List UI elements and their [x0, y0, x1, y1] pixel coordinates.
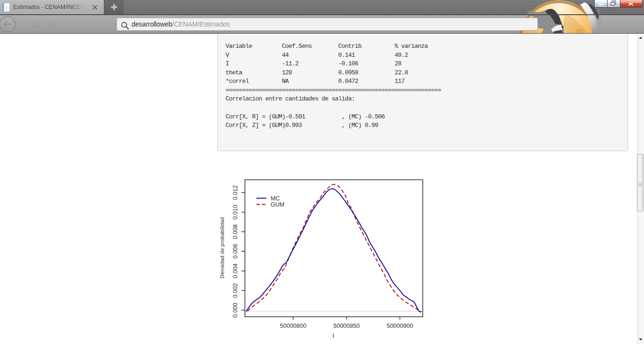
svg-text:0.010: 0.010 [232, 205, 239, 219]
svg-text:0.000: 0.000 [232, 303, 239, 317]
svg-text:50000900: 50000900 [387, 322, 413, 329]
svg-text:MC: MC [271, 195, 280, 202]
svg-text:I: I [332, 332, 334, 339]
svg-text:0.008: 0.008 [232, 224, 239, 239]
svg-text:50000800: 50000800 [280, 322, 306, 329]
svg-text:0.002: 0.002 [232, 283, 239, 298]
svg-text:0.012: 0.012 [232, 185, 239, 200]
svg-text:0.004: 0.004 [232, 263, 239, 278]
svg-text:50000850: 50000850 [333, 322, 360, 329]
svg-text:Densidad de probabilidad: Densidad de probabilidad [219, 217, 225, 278]
svg-text:GUM: GUM [271, 201, 285, 208]
svg-text:0.006: 0.006 [232, 244, 239, 259]
